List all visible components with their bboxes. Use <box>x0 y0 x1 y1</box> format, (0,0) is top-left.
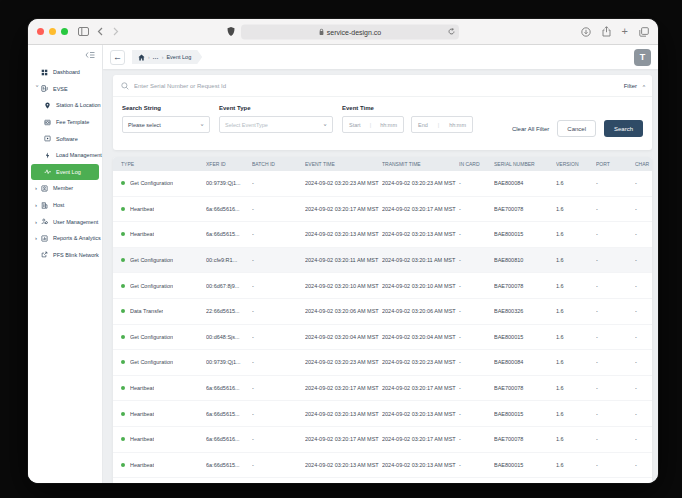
lightning-icon <box>44 152 52 159</box>
end-time-input[interactable]: End | hh:mm <box>411 116 473 133</box>
breadcrumb-separator: › <box>162 54 164 60</box>
table-row[interactable]: Get Configuration00:d648:Sjs...-2024-09-… <box>113 325 652 351</box>
table-row[interactable]: Heartbeat6a:66d5616...-2024-09-02 03:20:… <box>113 376 652 402</box>
version-cell: 1.6 <box>556 231 596 237</box>
software-icon <box>44 135 52 142</box>
event-type-value: Heartbeat <box>130 462 154 468</box>
sidebar-item-dashboard[interactable]: Dashboard <box>28 64 102 81</box>
sidebar-nav: Dashboard›EVSEStation & LocationFee Temp… <box>28 64 102 263</box>
column-header-char: CHAR <box>635 161 652 167</box>
address-bar[interactable]: service-design.co <box>241 24 459 39</box>
tab-overview-icon[interactable] <box>639 27 649 37</box>
cancel-button[interactable]: Cancel <box>557 120 596 137</box>
reload-icon[interactable] <box>448 28 455 36</box>
char-cell: - <box>635 462 652 468</box>
minimize-window-button[interactable] <box>49 28 56 35</box>
sidebar-item-station-location[interactable]: Station & Location <box>28 97 102 114</box>
in-card-cell: - <box>459 411 494 417</box>
search-string-select[interactable]: Please select › <box>122 116 210 133</box>
xfer-id-cell: 00:cfe9:R1... <box>206 257 252 263</box>
sidebar-item-software[interactable]: Software <box>28 130 102 147</box>
event-log-table: TYPEXFER IDBATCH IDEVENT TIMETRANSMIT TI… <box>113 157 652 483</box>
search-input[interactable] <box>134 83 624 89</box>
start-time-input[interactable]: Start | hh:mm <box>342 116 404 133</box>
share-icon[interactable] <box>602 26 611 37</box>
url-text: service-design.co <box>327 28 381 35</box>
transmit-time-cell: 2024-09-02 03:20:13 AM MST <box>382 231 459 237</box>
event-type-value: Data Transfer <box>130 308 163 314</box>
transmit-time-cell: 2024-09-02 03:20:13 AM MST <box>382 411 459 417</box>
host-icon <box>41 202 49 209</box>
table-row[interactable]: Data Transfer22:66d5615...-2024-09-02 03… <box>113 299 652 325</box>
sidebar-item-reports-analytics[interactable]: ›Reports & Analytics <box>28 230 102 247</box>
column-header-port: PORT <box>596 161 635 167</box>
transmit-time-cell: 2024-09-02 03:20:17 AM MST <box>382 206 459 212</box>
privacy-shield-icon[interactable] <box>227 27 235 37</box>
table-row[interactable]: Heartbeat6a:66d5615...-2024-09-02 03:20:… <box>113 401 652 427</box>
xfer-id-cell: 00:d648:Sjs... <box>206 334 252 340</box>
new-tab-icon[interactable]: + <box>622 26 628 37</box>
browser-back-icon[interactable] <box>93 25 106 39</box>
browser-sidebar-toggle-icon[interactable] <box>77 25 90 39</box>
table-row[interactable]: Get Configuration00:9739:Qj1...-2024-09-… <box>113 171 652 197</box>
clear-all-filter-link[interactable]: Clear All Filter <box>512 126 549 132</box>
event-type-select[interactable]: Select EventType › <box>219 116 333 133</box>
sidebar-item-label: PFS Blink Network <box>53 252 99 258</box>
close-window-button[interactable] <box>37 28 44 35</box>
sidebar-item-user-management[interactable]: ›User Management <box>28 213 102 230</box>
version-cell: 1.6 <box>556 462 596 468</box>
version-cell: 1.6 <box>556 283 596 289</box>
user-avatar[interactable]: T <box>634 49 651 66</box>
sidebar-item-host[interactable]: ›Host <box>28 197 102 214</box>
downloads-icon[interactable] <box>581 27 591 37</box>
browser-toolbar: service-design.co + <box>28 19 658 45</box>
event-type-value: Get Configuration <box>130 257 173 263</box>
sidebar-item-fee-template[interactable]: Fee Template <box>28 114 102 131</box>
batch-id-cell: - <box>252 359 305 365</box>
sidebar-item-member[interactable]: ›Member <box>28 180 102 197</box>
table-row[interactable]: Get Configuration00:cfe9:R1...-2024-09-0… <box>113 248 652 274</box>
zoom-window-button[interactable] <box>61 28 68 35</box>
filter-toggle[interactable]: Filter › <box>624 83 644 89</box>
column-header-xfer-id: XFER ID <box>206 161 252 167</box>
table-row[interactable]: Get Configuration00:9739:Qj1...-2024-09-… <box>113 350 652 376</box>
xfer-id-cell: 6a:66d5616... <box>206 206 252 212</box>
transmit-time-cell: 2024-09-02 03:20:10 AM MST <box>382 283 459 289</box>
table-row[interactable]: Get Configuration00:6d67:8j9...-2024-09-… <box>113 273 652 299</box>
column-header-serial-number: SERIAL NUMBER <box>494 161 556 167</box>
sidebar-item-pfs-blink-network[interactable]: PFS Blink Network <box>28 247 102 264</box>
port-cell: - <box>596 308 635 314</box>
event-time-cell: 2024-09-02 03:20:13 AM MST <box>305 231 382 237</box>
batch-id-cell: - <box>252 411 305 417</box>
batch-id-cell: - <box>252 436 305 442</box>
column-header-in-card: IN CARD <box>459 161 494 167</box>
browser-forward-icon[interactable] <box>109 25 122 39</box>
table-row[interactable]: Heartbeat6a:66d5616...-2024-09-02 03:20:… <box>113 427 652 453</box>
char-cell: - <box>635 180 652 186</box>
sidebar-item-event-log[interactable]: Event Log <box>31 164 99 181</box>
table-row[interactable]: Heartbeat6a:66d5615...-2024-09-02 03:20:… <box>113 222 652 248</box>
status-dot <box>121 437 125 441</box>
sidebar-item-label: EVSE <box>53 86 68 92</box>
sidebar-item-load-management[interactable]: Load Management <box>28 147 102 164</box>
xfer-id-cell: 00:9739:Qj1... <box>206 359 252 365</box>
serial-number-cell: BAE700078 <box>494 436 556 442</box>
home-icon[interactable] <box>138 54 145 61</box>
breadcrumb-ellipsis[interactable]: ... <box>153 54 159 60</box>
serial-number-cell: BAE800015 <box>494 231 556 237</box>
back-button[interactable]: ← <box>110 50 125 65</box>
event-type-label: Event Type <box>219 105 333 111</box>
sidebar-item-evse[interactable]: ›EVSE <box>28 81 102 98</box>
sidebar-collapse-icon[interactable] <box>85 51 95 59</box>
port-cell: - <box>596 180 635 186</box>
table-row[interactable]: Heartbeat6a:66d5616...-2024-09-02 03:20:… <box>113 197 652 223</box>
event-type-value: Get Configuration <box>130 180 173 186</box>
search-button[interactable]: Search <box>604 120 643 137</box>
table-row[interactable]: Heartbeat6a:66d5615...-2024-09-02 03:20:… <box>113 453 652 479</box>
status-dot <box>121 335 125 339</box>
char-cell: - <box>635 334 652 340</box>
event-type-value: Get Configuration <box>130 359 173 365</box>
char-cell: - <box>635 308 652 314</box>
chevron-down-icon: › <box>35 85 41 91</box>
event-type-value: Heartbeat <box>130 231 154 237</box>
